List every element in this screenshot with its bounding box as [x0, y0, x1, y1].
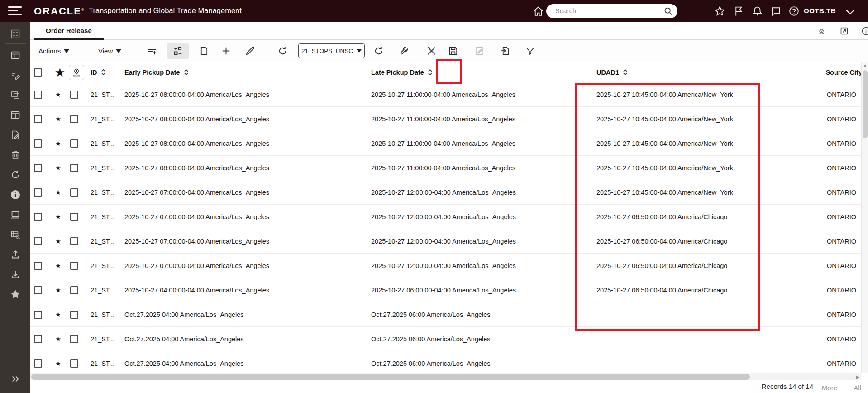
horizontal-scrollbar-thumb[interactable]	[31, 374, 750, 380]
row-favorite-star[interactable]: ★	[55, 91, 61, 99]
column-header-id[interactable]: ID	[91, 62, 106, 82]
row-select-checkbox[interactable]	[34, 115, 42, 123]
messages-icon[interactable]	[770, 5, 782, 17]
table-row[interactable]: ★ 21_ST... Oct.27.2025 04:00 America/Los…	[30, 302, 868, 327]
upload-icon[interactable]	[0, 246, 30, 263]
row-flag-checkbox[interactable]	[70, 164, 78, 172]
row-flag-checkbox[interactable]	[70, 213, 78, 221]
row-favorite-star[interactable]: ★	[55, 213, 61, 221]
cell-id[interactable]: 21_ST...	[91, 115, 114, 123]
workbench-icon[interactable]	[0, 47, 30, 63]
edit-icon[interactable]	[245, 46, 255, 56]
row-select-checkbox[interactable]	[34, 139, 42, 148]
row-flag-checkbox[interactable]	[70, 188, 78, 196]
favorites-icon[interactable]	[714, 5, 725, 17]
table-row[interactable]: ★ 21_ST... Oct.27.2025 04:00 America/Los…	[30, 327, 868, 351]
refresh-icon[interactable]	[0, 167, 30, 183]
row-select-checkbox[interactable]	[34, 188, 42, 196]
row-flag-checkbox[interactable]	[70, 335, 78, 343]
refresh-icon[interactable]	[277, 46, 288, 56]
row-select-checkbox[interactable]	[34, 91, 42, 99]
row-favorite-star[interactable]: ★	[55, 311, 61, 319]
flag-icon[interactable]	[733, 5, 744, 17]
springboard-icon[interactable]	[0, 26, 30, 42]
table-row[interactable]: ★ 21_ST... 2025-10-27 04:00:00-04:00 Ame…	[30, 278, 868, 302]
download-icon[interactable]	[0, 266, 30, 283]
filter-icon[interactable]	[525, 46, 535, 56]
saved-query-dropdown[interactable]: 21_STOPS_UNSC	[298, 43, 365, 58]
all-link[interactable]: All	[854, 384, 861, 392]
more-link[interactable]: More	[822, 384, 837, 392]
reorder-columns-icon[interactable]	[167, 43, 189, 59]
cell-id[interactable]: 21_ST...	[91, 311, 114, 318]
table-row[interactable]: ★ 21_ST... 2025-10-27 08:00:00-04:00 Ame…	[30, 82, 868, 107]
screen-layout-icon[interactable]	[0, 107, 30, 123]
row-select-checkbox[interactable]	[34, 164, 42, 172]
select-all-checkbox[interactable]	[34, 62, 42, 82]
cell-id[interactable]: 21_ST...	[91, 164, 114, 172]
row-flag-checkbox[interactable]	[70, 286, 78, 294]
collapse-icon[interactable]	[817, 26, 826, 36]
table-search-icon[interactable]	[0, 226, 30, 243]
row-favorite-star[interactable]: ★	[55, 139, 61, 148]
search-input[interactable]	[555, 6, 655, 16]
row-flag-checkbox[interactable]	[70, 139, 78, 148]
table-row[interactable]: ★ 21_ST... 2025-10-27 07:00:00-04:00 Ame…	[30, 205, 868, 229]
new-document-icon[interactable]	[199, 46, 209, 56]
column-header-late-pickup[interactable]: Late Pickup Date	[371, 62, 433, 82]
table-row[interactable]: ★ 21_ST... 2025-10-27 08:00:00-04:00 Ame…	[30, 131, 868, 156]
row-flag-checkbox[interactable]	[70, 359, 78, 368]
column-header-source-city[interactable]: Source City	[825, 62, 862, 82]
row-flag-checkbox[interactable]	[70, 311, 78, 319]
scroll-right-arrow[interactable]: ▶	[856, 374, 859, 379]
cell-id[interactable]: 21_ST...	[91, 287, 114, 294]
row-select-checkbox[interactable]	[34, 335, 42, 343]
view-menu-button[interactable]: View	[98, 45, 121, 57]
table-row[interactable]: ★ 21_ST... 2025-10-27 08:00:00-04:00 Ame…	[30, 107, 868, 131]
delete-icon[interactable]	[0, 147, 30, 163]
row-favorite-star[interactable]: ★	[55, 335, 61, 343]
help-icon[interactable]	[788, 5, 800, 17]
row-select-checkbox[interactable]	[34, 237, 42, 245]
export-icon[interactable]	[500, 46, 510, 56]
vertical-scrollbar[interactable]: ▲	[861, 62, 868, 373]
cell-id[interactable]: 21_ST...	[91, 238, 114, 245]
row-flag-checkbox[interactable]	[70, 115, 78, 123]
row-favorite-star[interactable]: ★	[55, 286, 61, 294]
table-row[interactable]: ★ 21_ST... 2025-10-27 07:00:00-04:00 Ame…	[30, 229, 868, 254]
row-favorite-star[interactable]: ★	[55, 164, 61, 172]
cell-id[interactable]: 21_ST...	[91, 140, 114, 147]
column-header-early-pickup[interactable]: Early Pickup Date	[124, 62, 189, 82]
order-entry-icon[interactable]	[0, 67, 30, 83]
user-menu-label[interactable]: OOTB.TB	[804, 7, 836, 14]
notifications-icon[interactable]	[752, 5, 763, 17]
actions-menu-button[interactable]: Actions	[38, 45, 69, 57]
row-select-checkbox[interactable]	[34, 311, 42, 319]
add-to-list-icon[interactable]	[147, 46, 157, 56]
row-favorite-star[interactable]: ★	[55, 115, 61, 123]
row-flag-checkbox[interactable]	[70, 91, 78, 99]
add-icon[interactable]	[221, 46, 231, 56]
map-pin-button[interactable]	[69, 65, 84, 80]
tools-wrench-icon[interactable]	[399, 46, 410, 56]
table-row[interactable]: ★ 21_ST... 2025-10-27 07:00:00-04:00 Ame…	[30, 180, 868, 205]
cell-id[interactable]: 21_ST...	[91, 360, 114, 367]
document-edit-icon[interactable]	[0, 127, 30, 143]
scroll-up-arrow[interactable]: ▲	[863, 63, 867, 67]
row-favorite-star[interactable]: ★	[55, 188, 61, 196]
cell-id[interactable]: 21_ST...	[91, 335, 114, 343]
favorites-star-icon[interactable]	[0, 286, 30, 302]
row-select-checkbox[interactable]	[34, 262, 42, 270]
cell-id[interactable]: 21_ST...	[91, 213, 114, 220]
horizontal-scrollbar[interactable]: ▶	[30, 373, 861, 380]
vertical-scrollbar-thumb[interactable]	[863, 70, 868, 138]
table-row[interactable]: ★ 21_ST... 2025-10-27 07:00:00-04:00 Ame…	[30, 254, 868, 278]
search-icon[interactable]	[663, 6, 673, 16]
copy-icon[interactable]	[0, 87, 30, 103]
row-favorite-star[interactable]: ★	[55, 237, 61, 245]
row-select-checkbox[interactable]	[34, 286, 42, 294]
tools-crossed-icon[interactable]	[426, 46, 437, 56]
row-flag-checkbox[interactable]	[70, 262, 78, 270]
favorite-column-star[interactable]: ★	[55, 62, 65, 82]
user-chevron-icon[interactable]	[844, 6, 856, 18]
